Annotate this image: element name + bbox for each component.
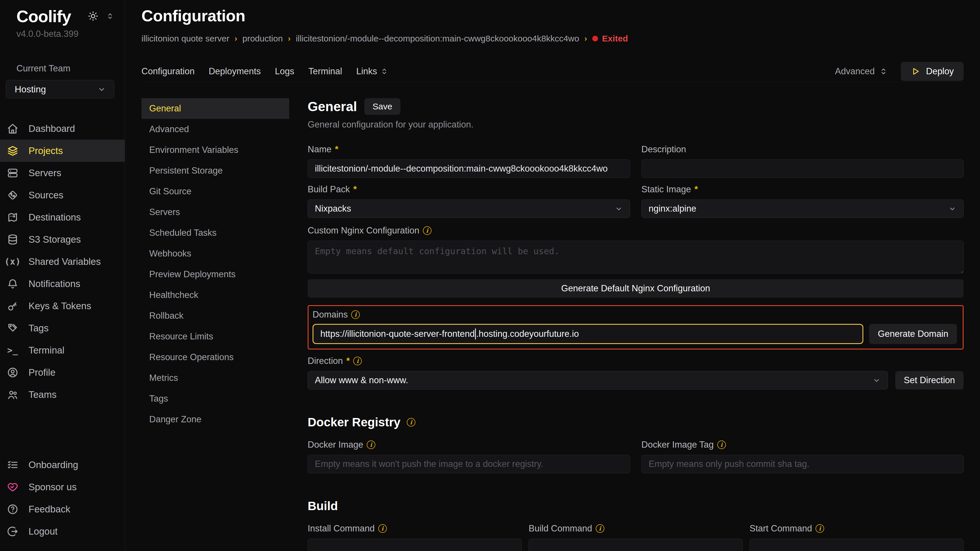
team-select-value: Hosting: [15, 84, 46, 95]
info-icon[interactable]: i: [407, 418, 415, 427]
subnav-item-environment-variables[interactable]: Environment Variables: [142, 140, 289, 160]
main-content: Configuration illicitonion quote server …: [125, 0, 980, 551]
advanced-dropdown[interactable]: Advanced: [835, 66, 888, 76]
required-asterisk: *: [335, 144, 339, 155]
tab-terminal[interactable]: Terminal: [309, 66, 342, 76]
sidebar-item-servers[interactable]: Servers: [0, 162, 125, 184]
subnav-item-scheduled-tasks[interactable]: Scheduled Tasks: [142, 222, 289, 243]
sidebar-item-notifications[interactable]: Notifications: [0, 273, 125, 295]
description-label: Description: [641, 144, 686, 155]
git-branch-icon: [7, 189, 18, 201]
generate-domain-button[interactable]: Generate Domain: [869, 324, 957, 344]
sidebar-item-label: Teams: [29, 389, 56, 400]
build-pack-select[interactable]: Nixpacks: [308, 200, 630, 218]
sidebar-item-label: Projects: [29, 145, 63, 156]
sidebar-item-label: Keys & Tokens: [29, 300, 91, 311]
sidebar-item-sources[interactable]: Sources: [0, 184, 125, 206]
sidebar-item-terminal[interactable]: >_ Terminal: [0, 339, 125, 361]
docker-image-tag-input[interactable]: [641, 455, 964, 473]
sidebar-item-dashboard[interactable]: Dashboard: [0, 118, 125, 140]
set-direction-button[interactable]: Set Direction: [895, 371, 964, 389]
general-heading: General: [308, 99, 357, 114]
subnav-item-resource-operations[interactable]: Resource Operations: [142, 347, 289, 368]
docker-image-input[interactable]: [308, 455, 630, 473]
docker-registry-heading: Docker Registry: [308, 415, 401, 429]
save-button[interactable]: Save: [364, 98, 400, 115]
chevron-down-icon: [97, 84, 107, 94]
chevron-down-icon: [872, 376, 881, 385]
breadcrumb-project[interactable]: illicitonion quote server: [142, 34, 229, 43]
subnav-item-general[interactable]: General: [142, 98, 289, 119]
subnav-item-metrics[interactable]: Metrics: [142, 368, 289, 388]
subnav-item-tags[interactable]: Tags: [142, 388, 289, 409]
tab-logs[interactable]: Logs: [275, 66, 294, 76]
sidebar-item-s3-storages[interactable]: S3 Storages: [0, 228, 125, 251]
name-input[interactable]: [308, 159, 630, 178]
info-icon[interactable]: i: [596, 524, 605, 533]
sidebar-item-label: S3 Storages: [29, 234, 81, 245]
tab-configuration[interactable]: Configuration: [142, 66, 194, 76]
static-image-select[interactable]: nginx:alpine: [641, 200, 964, 218]
breadcrumb-resource[interactable]: illicitestonion/-module--decomposition:m…: [296, 34, 579, 43]
instance-switcher-unfold-icon[interactable]: [106, 12, 115, 21]
domains-input[interactable]: https://illicitonion-quote-server-fronte…: [313, 324, 863, 344]
current-team-label: Current Team: [0, 64, 125, 74]
terminal-icon: >_: [7, 345, 18, 356]
subnav-item-advanced[interactable]: Advanced: [142, 119, 289, 140]
unfold-icon: [879, 67, 888, 76]
breadcrumb: illicitonion quote server › production ›…: [142, 34, 964, 43]
sidebar-item-logout[interactable]: Logout: [0, 520, 125, 542]
sidebar-item-shared-variables[interactable]: (x) Shared Variables: [0, 251, 125, 273]
sidebar-item-tags[interactable]: Tags: [0, 317, 125, 339]
sidebar-item-keys-tokens[interactable]: Keys & Tokens: [0, 295, 125, 317]
required-asterisk: *: [346, 356, 350, 366]
deploy-button[interactable]: Deploy: [901, 62, 964, 81]
tab-links[interactable]: Links: [356, 66, 388, 76]
subnav-item-danger-zone[interactable]: Danger Zone: [142, 409, 289, 430]
sidebar-item-label: Onboarding: [29, 459, 78, 470]
tab-deployments[interactable]: Deployments: [208, 66, 261, 76]
direction-select[interactable]: Allow www & non-www.: [308, 371, 888, 389]
theme-toggle-sun-icon[interactable]: [88, 11, 98, 21]
sidebar-item-onboarding[interactable]: Onboarding: [0, 454, 125, 476]
sidebar-item-profile[interactable]: Profile: [0, 361, 125, 383]
info-icon[interactable]: i: [816, 524, 824, 533]
subnav-item-rollback[interactable]: Rollback: [142, 305, 289, 326]
build-command-input[interactable]: [528, 538, 743, 551]
team-select[interactable]: Hosting: [6, 80, 115, 98]
server-icon: [7, 167, 18, 179]
subnav-item-servers[interactable]: Servers: [142, 202, 289, 222]
info-icon[interactable]: i: [717, 440, 726, 449]
heart-hands-icon: [7, 481, 18, 493]
info-icon[interactable]: i: [351, 310, 360, 319]
info-icon[interactable]: i: [423, 226, 431, 235]
generate-nginx-button[interactable]: Generate Default Nginx Configuration: [308, 279, 964, 298]
description-input[interactable]: [641, 159, 964, 178]
subnav-item-git-source[interactable]: Git Source: [142, 181, 289, 202]
sidebar-item-sponsor-us[interactable]: Sponsor us: [0, 476, 125, 498]
sidebar-item-destinations[interactable]: Destinations: [0, 206, 125, 228]
advanced-dropdown-label: Advanced: [835, 66, 875, 76]
build-pack-label: Build Pack: [308, 184, 350, 195]
breadcrumb-environment[interactable]: production: [242, 34, 283, 43]
info-icon[interactable]: i: [353, 357, 362, 365]
subnav-item-resource-limits[interactable]: Resource Limits: [142, 326, 289, 347]
info-icon[interactable]: i: [367, 440, 375, 449]
sidebar-item-projects[interactable]: Projects: [0, 140, 125, 162]
unfold-icon: [380, 67, 388, 76]
tabs-bar: Configuration Deployments Logs Terminal …: [142, 61, 964, 82]
sidebar-item-teams[interactable]: Teams: [0, 383, 125, 406]
sidebar-item-feedback[interactable]: Feedback: [0, 498, 125, 520]
info-icon[interactable]: i: [378, 524, 387, 533]
start-command-input[interactable]: [749, 538, 964, 551]
nginx-config-textarea[interactable]: [308, 241, 964, 273]
subnav-item-preview-deployments[interactable]: Preview Deployments: [142, 264, 289, 285]
subnav-item-persistent-storage[interactable]: Persistent Storage: [142, 160, 289, 181]
sidebar-item-label: Notifications: [29, 278, 80, 289]
docker-image-label: Docker Image: [308, 440, 363, 450]
deploy-button-label: Deploy: [926, 66, 954, 76]
sidebar-footer-nav: Onboarding Sponsor us Feedback Logout: [0, 454, 125, 542]
subnav-item-webhooks[interactable]: Webhooks: [142, 243, 289, 264]
install-command-input[interactable]: [308, 538, 522, 551]
subnav-item-healthcheck[interactable]: Healthcheck: [142, 285, 289, 305]
